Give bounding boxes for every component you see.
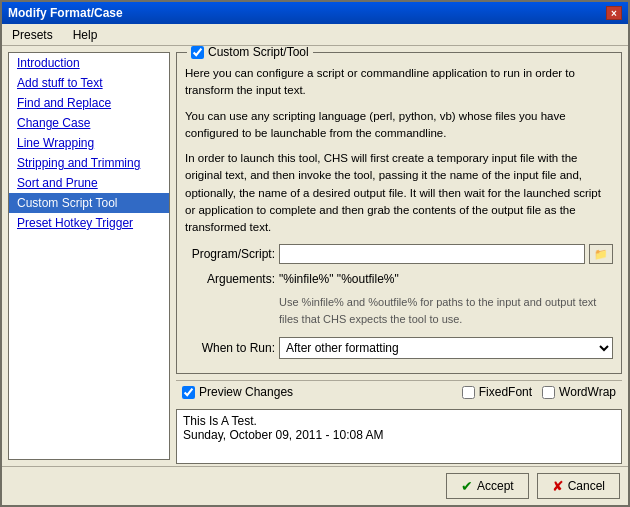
accept-label: Accept <box>477 479 514 493</box>
when-run-row: When to Run: After other formatting Befo… <box>185 337 613 359</box>
when-run-select[interactable]: After other formatting Before other form… <box>279 337 613 359</box>
arguments-row: Arguements: "%infile%" "%outfile%" <box>185 270 613 288</box>
nav-item-stripping[interactable]: Stripping and Trimming <box>9 153 169 173</box>
fixed-font-text: FixedFont <box>479 385 532 399</box>
nav-item-custom-script[interactable]: Custom Script Tool <box>9 193 169 213</box>
fixed-font-checkbox[interactable] <box>462 386 475 399</box>
footer-bar: ✔ Accept ✘ Cancel <box>2 466 628 505</box>
group-box-title: Custom Script/Tool <box>187 46 313 59</box>
preview-changes-checkbox[interactable] <box>182 386 195 399</box>
description-3: In order to launch this tool, CHS will f… <box>185 150 613 236</box>
group-enable-checkbox[interactable] <box>191 46 204 59</box>
menu-bar: Presets Help <box>2 24 628 46</box>
word-wrap-label[interactable]: WordWrap <box>542 385 616 399</box>
preview-changes-label[interactable]: Preview Changes <box>182 385 293 399</box>
group-content: Here you can configure a script or comma… <box>185 65 613 359</box>
title-bar-left: Modify Format/Case <box>8 6 123 20</box>
word-wrap-checkbox[interactable] <box>542 386 555 399</box>
custom-script-group: Custom Script/Tool Here you can configur… <box>176 52 622 374</box>
program-row: Program/Script: 📁 <box>185 244 613 264</box>
accept-button[interactable]: ✔ Accept <box>446 473 529 499</box>
nav-item-introduction[interactable]: Introduction <box>9 53 169 73</box>
description-2: You can use any scripting language (perl… <box>185 108 613 143</box>
check-icon: ✔ <box>461 478 473 494</box>
nav-item-add-stuff[interactable]: Add stuff to Text <box>9 73 169 93</box>
nav-item-line-wrapping[interactable]: Line Wrapping <box>9 133 169 153</box>
nav-item-sort-prune[interactable]: Sort and Prune <box>9 173 169 193</box>
arguments-label: Arguements: <box>185 270 275 288</box>
close-button[interactable]: × <box>606 6 622 20</box>
arguments-note: Use %infile% and %outfile% for paths to … <box>279 294 613 327</box>
window-title: Modify Format/Case <box>8 6 123 20</box>
fixed-font-label[interactable]: FixedFont <box>462 385 532 399</box>
arguments-value: "%infile%" "%outfile%" <box>279 270 399 288</box>
description-1: Here you can configure a script or comma… <box>185 65 613 100</box>
program-label: Program/Script: <box>185 245 275 263</box>
menu-help[interactable]: Help <box>67 26 104 44</box>
group-title-label: Custom Script/Tool <box>208 46 309 59</box>
preview-line-1: This Is A Test. <box>183 414 615 428</box>
browse-button[interactable]: 📁 <box>589 244 613 264</box>
preview-changes-text: Preview Changes <box>199 385 293 399</box>
cancel-button[interactable]: ✘ Cancel <box>537 473 620 499</box>
main-content: Introduction Add stuff to Text Find and … <box>2 46 628 466</box>
preview-area: This Is A Test. Sunday, October 09, 2011… <box>176 409 622 464</box>
x-icon: ✘ <box>552 478 564 494</box>
main-window: Modify Format/Case × Presets Help Introd… <box>0 0 630 507</box>
bottom-checkbox-bar: Preview Changes FixedFont WordWrap <box>176 380 622 403</box>
when-select-wrapper: After other formatting Before other form… <box>279 337 613 359</box>
word-wrap-text: WordWrap <box>559 385 616 399</box>
cancel-label: Cancel <box>568 479 605 493</box>
nav-item-preset-hotkey[interactable]: Preset Hotkey Trigger <box>9 213 169 233</box>
nav-item-change-case[interactable]: Change Case <box>9 113 169 133</box>
when-label: When to Run: <box>185 339 275 357</box>
nav-item-find-replace[interactable]: Find and Replace <box>9 93 169 113</box>
preview-line-2: Sunday, October 09, 2011 - 10:08 AM <box>183 428 615 442</box>
program-input[interactable] <box>279 244 585 264</box>
left-nav-panel: Introduction Add stuff to Text Find and … <box>8 52 170 460</box>
menu-presets[interactable]: Presets <box>6 26 59 44</box>
right-panel: Custom Script/Tool Here you can configur… <box>176 52 622 460</box>
title-bar: Modify Format/Case × <box>2 2 628 24</box>
